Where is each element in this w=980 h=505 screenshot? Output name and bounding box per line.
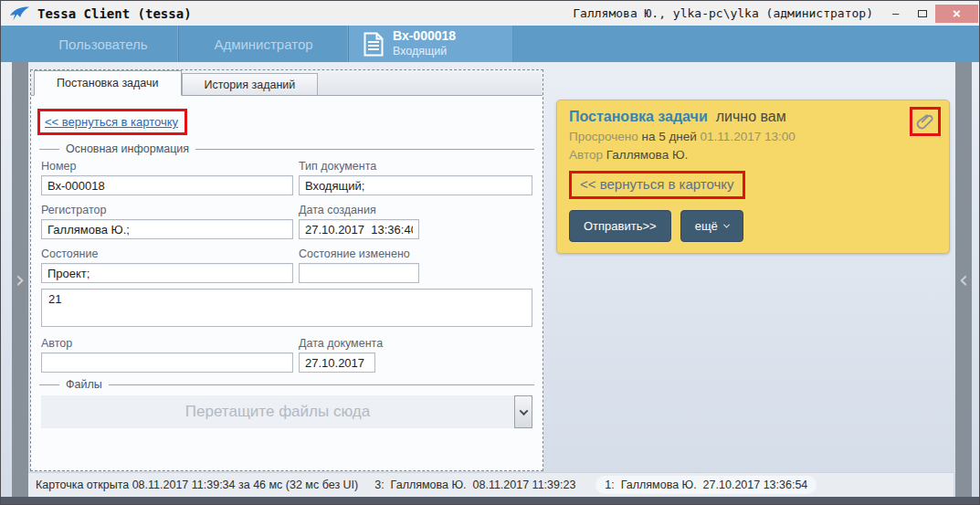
minimize-button[interactable]: – xyxy=(882,5,909,23)
author-label: Автор xyxy=(569,148,603,162)
more-button[interactable]: ещё xyxy=(680,210,743,242)
field-label-created-date: Дата создания xyxy=(299,204,532,216)
state-field[interactable] xyxy=(41,263,293,283)
main-area: › Постановка задачи История заданий << в… xyxy=(1,62,979,497)
field-label-author: Автор xyxy=(41,337,293,350)
annotation-box-card-link: << вернуться в карточку xyxy=(569,171,745,199)
doc-date-field[interactable] xyxy=(299,352,375,373)
main-info-section-title: Основная информация xyxy=(39,142,534,155)
field-label-doc-date: Дата документа xyxy=(299,337,532,350)
main-tab-bar: Пользователь Администратор Вх-000018 Вхо… xyxy=(1,26,979,62)
tab-user[interactable]: Пользователь xyxy=(28,26,179,62)
files-dropdown-button[interactable] xyxy=(514,395,532,428)
doc-type-field[interactable] xyxy=(299,175,532,195)
files-section: Файлы Перетащите файлы сюда xyxy=(39,378,534,428)
more-button-label: ещё xyxy=(695,219,718,233)
overdue-value: на 5 дней xyxy=(641,130,696,143)
task-deadline: 01.11.2017 13:00 xyxy=(701,130,796,143)
overdue-label: Просрочено xyxy=(569,130,638,143)
author-field[interactable] xyxy=(41,352,293,373)
window-bottom-edge xyxy=(1,497,979,504)
send-button[interactable]: Отправить>> xyxy=(569,210,671,242)
tab-task-history[interactable]: История заданий xyxy=(182,73,319,95)
tab-document-active[interactable]: Вх-000018 Входящий xyxy=(349,26,513,62)
task-assignee: лично вам xyxy=(716,109,786,124)
task-author: Галлямова Ю. xyxy=(606,148,689,162)
right-panel-expander[interactable]: ‹ xyxy=(955,62,972,497)
status-item-3: 3: Галлямова Ю. 08.11.2017 11:39:23 xyxy=(374,479,575,491)
annotation-box-paperclip xyxy=(910,107,941,136)
card-return-link[interactable]: << вернуться в карточку xyxy=(580,176,734,192)
return-to-card-link[interactable]: << вернуться в карточку xyxy=(45,115,178,129)
status-bar: Карточка открыта 08.11.2017 11:39:34 за … xyxy=(28,472,954,497)
tab-administrator[interactable]: Администратор xyxy=(179,26,349,62)
document-icon xyxy=(364,32,384,57)
task-card-title: Постановка задачи xyxy=(569,109,708,124)
current-user-info: Галлямова Ю., ylka-pc\ylka (администрато… xyxy=(573,6,873,20)
window-title: Tessa Client (tessa) xyxy=(37,6,192,21)
subject-field[interactable]: 21 xyxy=(41,289,532,327)
maximize-button[interactable] xyxy=(909,5,935,23)
title-bar: Tessa Client (tessa) Галлямова Ю., ylka-… xyxy=(1,1,979,26)
tab-task-setup[interactable]: Постановка задачи xyxy=(34,70,182,96)
files-section-title: Файлы xyxy=(39,378,534,391)
document-tab-number: Вх-000018 xyxy=(393,28,456,45)
app-window: Tessa Client (tessa) Галлямова Ю., ylka-… xyxy=(0,0,980,505)
field-label-number: Номер xyxy=(41,160,293,173)
left-panel-expander[interactable]: › xyxy=(12,62,28,497)
close-button[interactable]: × xyxy=(935,5,978,23)
panel-tab-row: Постановка задачи История заданий xyxy=(31,70,543,96)
chevron-right-icon: › xyxy=(16,266,25,293)
chevron-down-icon xyxy=(519,406,528,416)
maximize-icon xyxy=(918,10,927,17)
field-label-state: Состояние xyxy=(41,247,293,260)
field-label-doc-type: Тип документа xyxy=(299,160,532,173)
panel-body: << вернуться в карточку Основная информа… xyxy=(31,96,543,470)
status-item-1: 1: Галлямова Ю. 27.10.2017 13:36:54 xyxy=(595,476,817,494)
tessa-logo-icon xyxy=(8,5,30,22)
state-changed-field[interactable] xyxy=(299,263,419,283)
registrar-field[interactable] xyxy=(41,219,293,239)
document-tab-subtitle: Входящий xyxy=(393,45,456,59)
field-label-state-changed: Состояние изменено xyxy=(299,247,532,260)
field-label-registrar: Регистратор xyxy=(41,204,293,216)
task-panel: Постановка задачи История заданий << вер… xyxy=(30,69,543,471)
chevron-left-icon: ‹ xyxy=(959,266,968,293)
task-card: Постановка задачилично вам Просрочено на… xyxy=(556,100,950,254)
chevron-down-icon xyxy=(723,222,730,228)
created-date-field[interactable] xyxy=(299,219,419,239)
status-card-opened: Карточка открыта 08.11.2017 11:39:34 за … xyxy=(36,479,358,491)
number-field[interactable] xyxy=(41,175,293,195)
paperclip-icon[interactable] xyxy=(915,111,935,132)
annotation-box-back-link: << вернуться в карточку xyxy=(37,109,187,135)
main-info-section: Основная информация Номер Тип документа xyxy=(39,142,534,373)
file-dropzone[interactable]: Перетащите файлы сюда xyxy=(41,395,514,428)
